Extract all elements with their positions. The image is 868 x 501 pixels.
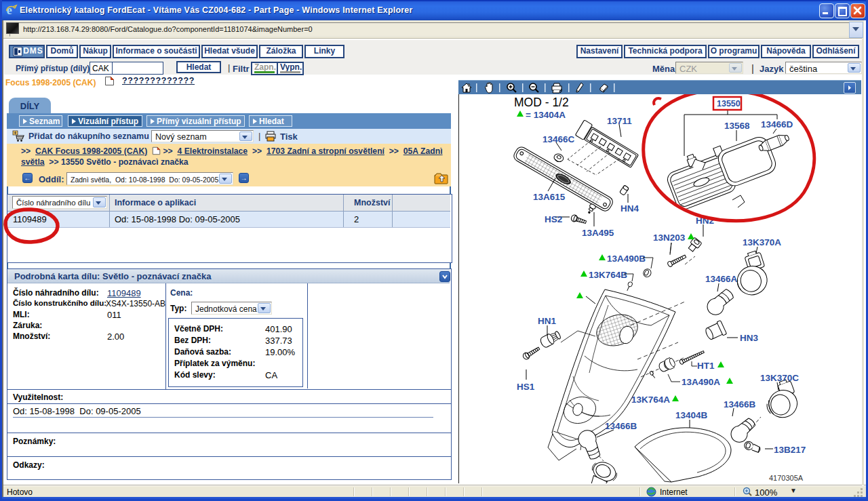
svg-text:HT1: HT1	[697, 361, 715, 371]
svg-text:13466A: 13466A	[705, 274, 738, 284]
svg-text:13466B: 13466B	[605, 421, 637, 431]
svg-text:13466C: 13466C	[542, 134, 575, 144]
svg-text:e: e	[7, 3, 12, 16]
svg-text:HS1: HS1	[517, 382, 535, 392]
svg-text:HN4: HN4	[620, 203, 639, 214]
svg-text:4170305A: 4170305A	[769, 474, 804, 482]
svg-text:13K370A: 13K370A	[743, 237, 781, 247]
svg-text:13N203: 13N203	[653, 233, 686, 243]
svg-text:13B217: 13B217	[774, 445, 806, 455]
svg-text:13K764B: 13K764B	[589, 270, 627, 280]
svg-text:13A490B: 13A490B	[607, 254, 646, 264]
svg-text:13K764A: 13K764A	[631, 395, 670, 405]
svg-text:13404B: 13404B	[675, 410, 708, 420]
svg-text:13466B: 13466B	[724, 399, 756, 409]
svg-text:HN3: HN3	[740, 333, 758, 343]
svg-text:13K370C: 13K370C	[760, 373, 799, 383]
svg-text:13466D: 13466D	[761, 119, 793, 129]
svg-text:13568: 13568	[724, 121, 750, 131]
svg-text:HN1: HN1	[538, 316, 556, 326]
svg-text:13A495: 13A495	[582, 228, 614, 238]
svg-text:HS2: HS2	[545, 214, 562, 224]
svg-text:13711: 13711	[607, 116, 632, 126]
svg-text:13550: 13550	[717, 99, 741, 108]
svg-text:13A490A: 13A490A	[682, 377, 720, 387]
svg-text:13A615: 13A615	[533, 192, 566, 202]
svg-text:= 13404A: = 13404A	[526, 110, 566, 120]
svg-text:MOD - 1/2: MOD - 1/2	[514, 96, 569, 109]
